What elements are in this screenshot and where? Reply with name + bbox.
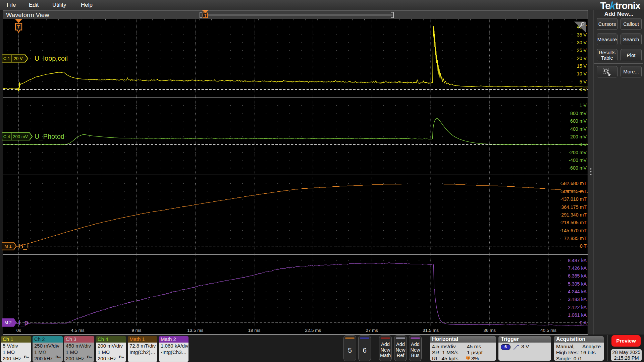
svg-text:437.010 mT: 437.010 mT	[561, 196, 587, 202]
svg-text:10 V: 10 V	[577, 71, 587, 76]
svg-text:5 V: 5 V	[580, 79, 587, 84]
svg-text:200 mV: 200 mV	[570, 134, 587, 139]
svg-text:27 ms: 27 ms	[366, 328, 378, 333]
svg-text:-600 mV: -600 mV	[569, 165, 587, 171]
svg-text:M 2: M 2	[4, 320, 12, 325]
svg-text:25 V: 25 V	[577, 48, 587, 53]
svg-text:7.426 kA: 7.426 kA	[568, 265, 587, 271]
svg-text:1.061 kA: 1.061 kA	[568, 312, 587, 318]
svg-text:30 V: 30 V	[577, 40, 587, 45]
svg-text:T: T	[17, 24, 20, 29]
svg-text:291.340 mT: 291.340 mT	[561, 212, 587, 218]
svg-text:600 mV: 600 mV	[570, 118, 587, 124]
svg-text:36 ms: 36 ms	[483, 328, 496, 333]
svg-text:1 V: 1 V	[580, 103, 587, 108]
svg-text:582.680 mT: 582.680 mT	[561, 181, 587, 186]
svg-text:35 V: 35 V	[577, 32, 587, 38]
svg-text:T: T	[467, 356, 469, 360]
svg-text:40.5 ms: 40.5 ms	[540, 328, 556, 333]
svg-text:T: T	[204, 13, 206, 17]
svg-text:218.505 mT: 218.505 mT	[561, 220, 587, 225]
svg-text:0 V: 0 V	[580, 142, 587, 147]
svg-text:9 ms: 9 ms	[131, 328, 142, 333]
svg-text:364.175 mT: 364.175 mT	[561, 204, 587, 210]
svg-text:145.670 mT: 145.670 mT	[561, 228, 587, 233]
svg-text:B_t: B_t	[19, 242, 29, 250]
svg-text:5.305 kA: 5.305 kA	[568, 281, 587, 287]
svg-text:-400 mV: -400 mV	[569, 158, 587, 163]
svg-text:22.5 ms: 22.5 ms	[305, 328, 321, 333]
svg-text:2.122 kA: 2.122 kA	[568, 305, 587, 310]
svg-text:72.835 mT: 72.835 mT	[564, 236, 587, 241]
svg-text:13.5 ms: 13.5 ms	[187, 328, 203, 333]
svg-text:6.365 kA: 6.365 kA	[568, 273, 587, 279]
svg-text:0s: 0s	[16, 328, 21, 333]
svg-text:4.244 kA: 4.244 kA	[568, 289, 587, 294]
svg-text:509.845 mT: 509.845 mT	[561, 189, 587, 194]
svg-text:U_Photod: U_Photod	[35, 133, 64, 140]
svg-text:31.5 ms: 31.5 ms	[423, 328, 439, 333]
svg-text:15 V: 15 V	[577, 63, 587, 69]
svg-text:8.487 kA: 8.487 kA	[568, 258, 587, 263]
svg-text:M 1: M 1	[4, 244, 12, 249]
svg-text:C 4: C 4	[3, 134, 10, 139]
svg-text:0 A: 0 A	[580, 320, 587, 325]
svg-text:I_p: I_p	[19, 319, 28, 326]
svg-text:20 V: 20 V	[14, 56, 23, 61]
svg-text:200 mV: 200 mV	[13, 134, 28, 139]
svg-text:800 mV: 800 mV	[570, 111, 587, 116]
svg-text:20 V: 20 V	[577, 56, 587, 61]
svg-text:-200 mV: -200 mV	[569, 150, 587, 155]
svg-text:4.5 ms: 4.5 ms	[71, 328, 85, 333]
svg-text:3.183 kA: 3.183 kA	[568, 297, 587, 302]
svg-text:0 V: 0 V	[580, 87, 587, 92]
svg-text:18 ms: 18 ms	[248, 328, 260, 333]
svg-text:C 1: C 1	[3, 56, 10, 61]
svg-text:400 mV: 400 mV	[570, 126, 587, 132]
svg-text:U_loop,coil: U_loop,coil	[35, 55, 68, 62]
svg-text:0 T: 0 T	[580, 243, 587, 249]
